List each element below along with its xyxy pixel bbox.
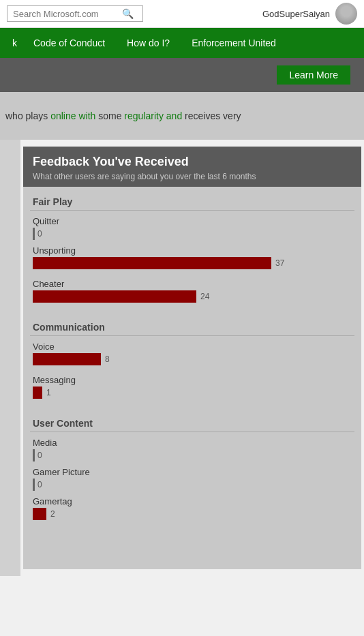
avatar-image bbox=[335, 3, 357, 25]
section-header-fair-play: Fair Play bbox=[30, 191, 354, 211]
left-sidebar bbox=[0, 140, 20, 576]
metric-gamertag: Gamertag 2 bbox=[30, 494, 354, 527]
metric-label-gamer-picture: Gamer Picture bbox=[33, 467, 352, 477]
subtitle-text: who plays online with some regularity an… bbox=[5, 109, 241, 123]
sidebar-item-code-of-conduct[interactable]: Code of Conduct bbox=[22, 28, 116, 58]
section-fair-play: Fair Play Quitter 0 Unsporting 37 Cheate… bbox=[23, 187, 361, 312]
banner: Learn More bbox=[0, 58, 364, 92]
subtitle-area: who plays online with some regularity an… bbox=[0, 92, 364, 140]
subtitle-with: with bbox=[78, 110, 95, 121]
metric-unsporting: Unsporting 37 bbox=[30, 243, 354, 276]
value-messaging: 1 bbox=[46, 388, 60, 397]
metric-label-voice: Voice bbox=[33, 342, 352, 352]
header: 🔍 GodSuperSaiyan bbox=[0, 0, 364, 28]
bar-gamertag: 2 bbox=[33, 508, 352, 520]
bar-cheater: 24 bbox=[33, 290, 352, 303]
search-button[interactable]: 🔍 bbox=[122, 8, 134, 19]
zero-line-quitter bbox=[33, 228, 35, 240]
value-gamer-picture: 0 bbox=[37, 480, 42, 489]
zero-line-gamer-picture bbox=[33, 479, 35, 491]
metric-label-messaging: Messaging bbox=[33, 375, 352, 385]
feedback-subtitle: What other users are saying about you ov… bbox=[33, 172, 352, 181]
user-info: GodSuperSaiyan bbox=[262, 3, 357, 25]
metric-quitter: Quitter 0 bbox=[30, 213, 354, 243]
metric-label-cheater: Cheater bbox=[33, 279, 352, 289]
metric-label-gamertag: Gamertag bbox=[33, 496, 352, 506]
value-media: 0 bbox=[37, 451, 42, 460]
bar-messaging: 1 bbox=[33, 387, 352, 399]
metric-cheater: Cheater 24 bbox=[30, 276, 354, 309]
sidebar-item-how-do-i[interactable]: How do I? bbox=[116, 28, 181, 58]
username-label: GodSuperSaiyan bbox=[262, 9, 330, 19]
subtitle-mid2: some bbox=[95, 110, 124, 121]
bar-fill-gamertag bbox=[33, 508, 46, 520]
bar-gamer-picture: 0 bbox=[33, 479, 352, 491]
sidebar-item-k[interactable]: k bbox=[7, 28, 22, 58]
feedback-panel: Feedback You've Received What other user… bbox=[23, 147, 361, 569]
subtitle-after: receives very bbox=[182, 110, 241, 121]
feedback-title: Feedback You've Received bbox=[33, 155, 352, 169]
value-gamertag: 2 bbox=[50, 509, 64, 519]
value-cheater: 24 bbox=[200, 292, 214, 301]
subtitle-online: online bbox=[50, 110, 76, 121]
metric-messaging: Messaging 1 bbox=[30, 372, 354, 406]
avatar[interactable] bbox=[335, 3, 357, 25]
sidebar-item-enforcement-united[interactable]: Enforcement United bbox=[181, 28, 287, 58]
metric-label-unsporting: Unsporting bbox=[33, 245, 352, 256]
bar-quitter: 0 bbox=[33, 228, 352, 240]
bar-voice: 8 bbox=[33, 353, 352, 365]
section-header-user-content: User Content bbox=[30, 412, 354, 432]
section-communication: Communication Voice 8 Messaging 1 bbox=[23, 312, 361, 408]
search-box[interactable]: 🔍 bbox=[7, 5, 143, 22]
zero-line-media bbox=[33, 449, 35, 461]
bar-unsporting: 37 bbox=[33, 257, 352, 269]
metric-label-quitter: Quitter bbox=[33, 216, 352, 226]
search-input[interactable] bbox=[13, 9, 122, 19]
metric-media: Media 0 bbox=[30, 435, 354, 464]
section-header-communication: Communication bbox=[30, 316, 354, 336]
bar-fill-voice bbox=[33, 353, 101, 365]
subtitle-before: who plays bbox=[5, 110, 50, 121]
metric-label-media: Media bbox=[33, 438, 352, 448]
learn-more-button[interactable]: Learn More bbox=[277, 65, 350, 85]
value-voice: 8 bbox=[105, 354, 119, 364]
content-wrapper: Feedback You've Received What other user… bbox=[0, 140, 364, 576]
bar-fill-cheater bbox=[33, 290, 196, 303]
navbar: k Code of Conduct How do I? Enforcement … bbox=[0, 28, 364, 58]
section-user-content: User Content Media 0 Gamer Picture 0 Gam… bbox=[23, 408, 361, 530]
subtitle-and: and bbox=[166, 110, 182, 121]
bar-media: 0 bbox=[33, 449, 352, 461]
metric-gamer-picture: Gamer Picture 0 bbox=[30, 464, 354, 494]
metric-voice: Voice 8 bbox=[30, 339, 354, 372]
bar-fill-messaging bbox=[33, 387, 42, 399]
bar-fill-unsporting bbox=[33, 257, 271, 269]
value-unsporting: 37 bbox=[275, 258, 289, 268]
feedback-header: Feedback You've Received What other user… bbox=[23, 147, 361, 187]
subtitle-regularity: regularity bbox=[124, 110, 164, 121]
value-quitter: 0 bbox=[37, 229, 42, 239]
